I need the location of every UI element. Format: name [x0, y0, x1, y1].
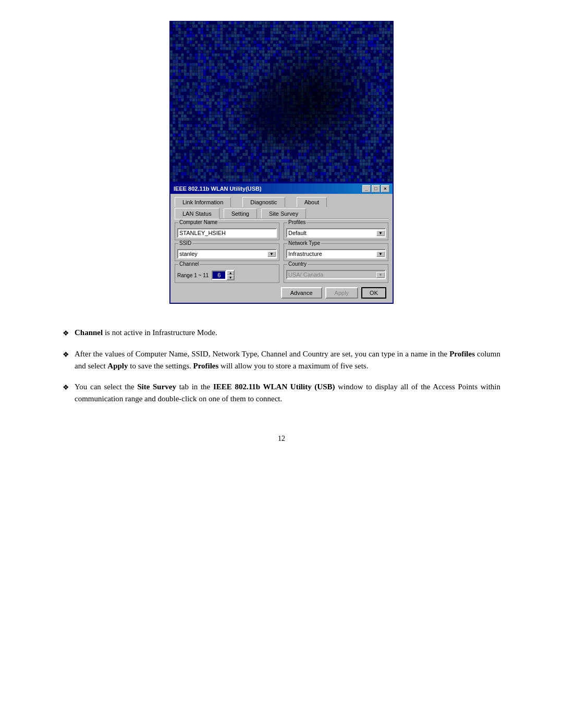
computer-name-label: Computer Name: [178, 219, 218, 225]
page-container: IEEE 802.11b WLAN Utility(USB) _ □ × Lin…: [0, 0, 563, 728]
tab-lan-status[interactable]: LAN Status: [175, 208, 219, 219]
bullet2-text1: After the values of Computer Name, SSID,…: [75, 350, 449, 358]
bullet-diamond-1: ❖: [63, 328, 69, 339]
tab-link-information[interactable]: Link Information: [175, 197, 231, 207]
network-type-label: Network Type: [287, 240, 321, 246]
profiles-select-input[interactable]: [287, 229, 376, 237]
bullet-diamond-2: ❖: [63, 349, 69, 360]
channel-up-button[interactable]: ▲: [227, 270, 234, 275]
channel-label: Channel: [178, 261, 200, 267]
bullet2-text3: to save the settings.: [128, 362, 193, 370]
network-type-input[interactable]: [287, 250, 376, 257]
bullet3-text2: tab in the: [176, 382, 213, 391]
titlebar: IEEE 802.11b WLAN Utility(USB) _ □ ×: [170, 183, 393, 194]
ok-button[interactable]: OK: [361, 287, 386, 299]
tabs-row1: Link Information Diagnostic About: [175, 197, 388, 207]
close-button[interactable]: ×: [381, 185, 389, 192]
tabs-wrapper: Link Information Diagnostic About LAN St…: [175, 197, 388, 218]
tab-about[interactable]: About: [297, 197, 327, 207]
restore-button[interactable]: □: [372, 185, 380, 192]
profiles-group: Profiles ▼: [284, 223, 388, 240]
bullet-section: ❖ Channel is not active in Infrastructur…: [63, 327, 500, 414]
computer-name-input[interactable]: [177, 228, 277, 238]
tab-site-survey[interactable]: Site Survey: [261, 208, 306, 218]
minimize-button[interactable]: _: [362, 185, 371, 192]
titlebar-title: IEEE 802.11b WLAN Utility(USB): [174, 186, 262, 192]
ssid-group: SSID ▼: [175, 243, 279, 261]
country-input: [287, 271, 376, 278]
channel-inner: Range 1 ~ 11 ▲ ▼: [177, 270, 277, 280]
matrix-image: [169, 21, 394, 182]
bullet2-text4: will allow you to store a maximum of fiv…: [218, 362, 368, 370]
bullet2-bold2: Apply: [107, 362, 128, 370]
ssid-input[interactable]: [178, 250, 267, 257]
country-group: Country ▼: [284, 264, 388, 283]
bullet-item-1: ❖ Channel is not active in Infrastructur…: [63, 327, 500, 339]
bullet1-text1: is not active in Infrastructure Mode.: [103, 328, 217, 337]
bullet-diamond-3: ❖: [63, 382, 69, 393]
form-row-3: Channel Range 1 ~ 11 ▲ ▼: [175, 264, 388, 283]
computer-name-group: Computer Name: [175, 223, 279, 240]
channel-value-input[interactable]: [212, 270, 226, 280]
bullet-item-2: ❖ After the values of Computer Name, SSI…: [63, 348, 500, 372]
bullet-text-1: Channel is not active in Infrastructure …: [75, 327, 500, 339]
titlebar-buttons: _ □ ×: [362, 185, 389, 192]
apply-button[interactable]: Apply: [325, 287, 359, 299]
channel-spinner: ▲ ▼: [212, 270, 235, 280]
ssid-label: SSID: [178, 240, 192, 246]
dialog-buttons: Advance Apply OK: [175, 287, 388, 299]
bullet-item-3: ❖ You can select the Site Survey tab in …: [63, 381, 500, 404]
win-dialog: IEEE 802.11b WLAN Utility(USB) _ □ × Lin…: [169, 182, 394, 304]
bullet3-bold1: Site Survey: [137, 382, 176, 391]
tab-diagnostic[interactable]: Diagnostic: [242, 197, 285, 207]
profiles-label: Profiles: [287, 219, 307, 225]
bullet-text-3: You can select the Site Survey tab in th…: [75, 381, 500, 404]
country-select-wrapper: ▼: [286, 270, 386, 279]
bullet3-bold2: IEEE 802.11b WLAN Utility (USB): [213, 382, 335, 391]
ssid-dropdown-arrow[interactable]: ▼: [267, 251, 276, 257]
screenshot-area: IEEE 802.11b WLAN Utility(USB) _ □ × Lin…: [169, 21, 394, 304]
win-content: Link Information Diagnostic About LAN St…: [170, 194, 393, 303]
channel-range-text: Range 1 ~ 11: [177, 273, 209, 278]
country-label: Country: [287, 261, 308, 267]
ssid-select-wrapper: ▼: [177, 249, 277, 258]
channel-group: Channel Range 1 ~ 11 ▲ ▼: [175, 264, 279, 283]
bullet1-bold1: Channel: [75, 328, 103, 337]
tabs-row2: LAN Status Setting Site Survey: [175, 208, 388, 218]
bullet2-bold3: Profiles: [193, 362, 218, 370]
channel-spinner-buttons: ▲ ▼: [226, 270, 235, 280]
page-number: 12: [278, 435, 285, 443]
bullet2-bold1: Profiles: [449, 350, 475, 358]
network-type-select-wrapper: ▼: [286, 249, 386, 258]
profiles-dropdown-arrow[interactable]: ▼: [376, 230, 385, 236]
form-row-1: Computer Name Profiles ▼: [175, 223, 388, 240]
tab-setting[interactable]: Setting: [224, 208, 257, 218]
form-row-2: SSID ▼ Network Type ▼: [175, 243, 388, 261]
channel-down-button[interactable]: ▼: [227, 275, 234, 280]
bullet-text-2: After the values of Computer Name, SSID,…: [75, 348, 500, 372]
country-dropdown-arrow[interactable]: ▼: [376, 272, 385, 278]
bullet3-text1: You can select the: [75, 382, 137, 391]
network-type-group: Network Type ▼: [284, 243, 388, 261]
profiles-select-wrapper: ▼: [286, 228, 386, 238]
advance-button[interactable]: Advance: [281, 287, 322, 299]
network-type-dropdown-arrow[interactable]: ▼: [376, 251, 385, 257]
